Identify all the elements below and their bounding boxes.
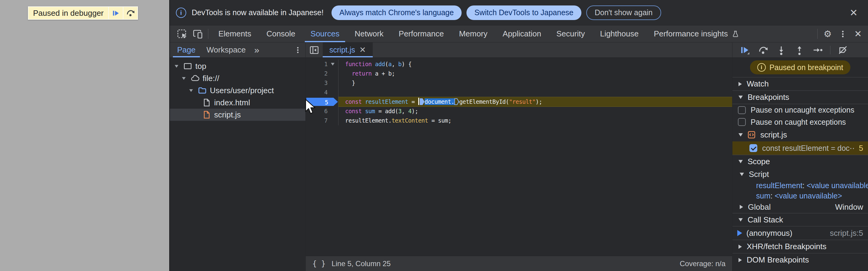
tab-memory[interactable]: Memory: [451, 26, 495, 42]
line-number[interactable]: 4: [306, 88, 328, 97]
collapse-arrow-icon[interactable]: [739, 218, 743, 221]
tree-item-script-js[interactable]: script.js: [170, 109, 305, 121]
line-number[interactable]: 2: [306, 69, 328, 78]
code-editor[interactable]: 1 function add(a, b) { 2 return a + b; 3: [306, 58, 732, 256]
tab-elements[interactable]: Elements: [211, 26, 259, 42]
tab-network[interactable]: Network: [347, 26, 391, 42]
more-tabs-icon[interactable]: »: [251, 42, 262, 57]
pause-uncaught-exceptions-row[interactable]: Pause on uncaught exceptions: [733, 104, 868, 116]
section-label: Scope: [748, 157, 770, 166]
tree-item-label: file://: [203, 74, 219, 83]
code-line-1[interactable]: 1 function add(a, b) {: [306, 59, 732, 69]
tree-item-file-origin[interactable]: file://: [170, 72, 305, 84]
resume-script-execution-button[interactable]: [737, 43, 753, 57]
tree-item-project-folder[interactable]: Users/user/project: [170, 84, 305, 96]
line-gutter[interactable]: 1: [306, 59, 338, 69]
html-file-icon: [202, 98, 211, 107]
tab-lighthouse[interactable]: Lighthouse: [592, 26, 646, 42]
option-label: Pause on uncaught exceptions: [751, 106, 854, 114]
code-line-6[interactable]: 6 const sum = add(3, 4);: [306, 107, 732, 116]
device-toolbar-icon[interactable]: [190, 26, 206, 42]
frame-location-link[interactable]: script.js:5: [830, 229, 863, 238]
collapse-arrow-icon[interactable]: [739, 96, 743, 99]
tab-application[interactable]: Application: [495, 26, 549, 42]
expand-arrow-icon[interactable]: [189, 89, 193, 92]
breakpoint-entry-row[interactable]: const resultElement = doc⋯ 5: [733, 142, 868, 155]
expand-arrow-icon[interactable]: [182, 77, 186, 80]
code-line-2[interactable]: 2 return a + b;: [306, 69, 732, 78]
section-dom-breakpoints[interactable]: DOM Breakpoints: [733, 253, 868, 266]
breakpoint-file-label: script.js: [760, 130, 787, 140]
paused-message-row: i Paused on breakpoint: [733, 58, 868, 77]
expand-arrow-icon[interactable]: [739, 258, 742, 262]
tab-performance[interactable]: Performance: [391, 26, 452, 42]
code-line-3[interactable]: 3 }: [306, 78, 732, 88]
scope-group-script[interactable]: Script: [733, 168, 868, 180]
tab-performance-insights[interactable]: Performance insights: [646, 26, 747, 42]
breakpoint-file-group[interactable]: script.js: [733, 128, 868, 142]
tree-item-index-html[interactable]: index.html: [170, 96, 305, 109]
section-xhr-breakpoints[interactable]: XHR/fetch Breakpoints: [733, 240, 868, 253]
step-over-button[interactable]: [755, 43, 771, 57]
dont-show-again-button[interactable]: Don't show again: [586, 5, 661, 20]
tree-item-top[interactable]: top: [170, 60, 305, 72]
expand-arrow-icon[interactable]: [739, 82, 742, 86]
infobar-close-icon[interactable]: ✕: [845, 8, 862, 18]
step-into-button[interactable]: [773, 43, 789, 57]
pretty-print-icon[interactable]: { }: [312, 260, 326, 268]
collapse-arrow-icon[interactable]: [740, 173, 744, 176]
pause-uncaught-checkbox[interactable]: [738, 106, 746, 114]
line-gutter[interactable]: 2: [306, 69, 338, 78]
section-call-stack[interactable]: Call Stack: [733, 213, 868, 227]
devtools-close-icon[interactable]: ✕: [850, 26, 866, 42]
pause-caught-checkbox[interactable]: [738, 118, 746, 126]
section-watch[interactable]: Watch: [733, 77, 868, 90]
resume-script-button[interactable]: [108, 7, 123, 19]
language-infobar: i DevTools is now available in Japanese!…: [170, 0, 868, 26]
step-over-button[interactable]: [123, 7, 137, 19]
line-gutter[interactable]: 7: [306, 116, 338, 125]
deactivate-breakpoints-button[interactable]: [835, 43, 851, 57]
line-gutter[interactable]: 6: [306, 107, 338, 116]
execution-line-badge[interactable]: 5: [306, 98, 338, 106]
match-chrome-language-button[interactable]: Always match Chrome's language: [332, 5, 462, 20]
line-number[interactable]: 6: [306, 107, 328, 116]
pause-caught-exceptions-row[interactable]: Pause on caught exceptions: [733, 116, 868, 128]
expand-arrow-icon[interactable]: [740, 205, 743, 209]
inspect-element-icon[interactable]: [174, 26, 190, 42]
line-gutter[interactable]: 3: [306, 78, 338, 88]
tab-sources[interactable]: Sources: [303, 26, 347, 42]
code-line-7[interactable]: 7 resultElement.textContent = sum;: [306, 116, 732, 125]
section-breakpoints[interactable]: Breakpoints: [733, 90, 868, 104]
line-gutter[interactable]: 4: [306, 88, 338, 97]
tab-console[interactable]: Console: [259, 26, 303, 42]
settings-gear-icon[interactable]: ⚙: [820, 26, 835, 42]
collapse-arrow-icon[interactable]: [739, 160, 743, 163]
navigator-menu-kebab-icon[interactable]: [294, 42, 305, 57]
navigator-tab-workspace[interactable]: Workspace: [201, 42, 251, 57]
scope-group-global[interactable]: Global Window: [733, 201, 868, 213]
step-out-button[interactable]: [791, 43, 808, 57]
code-line-5-paused[interactable]: 5 const resultElement = document.getElem…: [306, 97, 732, 107]
fold-arrow-icon[interactable]: [331, 63, 335, 65]
tab-security[interactable]: Security: [549, 26, 593, 42]
hide-navigator-icon[interactable]: [306, 42, 323, 57]
editor-tab-script-js[interactable]: script.js ✕: [323, 42, 373, 57]
code-line-4[interactable]: 4: [306, 88, 732, 97]
switch-to-japanese-button[interactable]: Switch DevTools to Japanese: [466, 5, 581, 20]
step-button[interactable]: [809, 43, 826, 57]
section-scope[interactable]: Scope: [733, 155, 868, 168]
expand-arrow-icon[interactable]: [175, 65, 178, 68]
line-number[interactable]: 3: [306, 78, 328, 88]
collapse-arrow-icon[interactable]: [739, 133, 743, 137]
line-number[interactable]: 7: [306, 116, 328, 125]
navigator-tab-page[interactable]: Page: [172, 42, 201, 57]
expand-arrow-icon[interactable]: [739, 245, 742, 249]
more-options-kebab-icon[interactable]: [835, 26, 850, 42]
scope-group-label: Script: [749, 170, 769, 179]
line-number[interactable]: 1: [306, 59, 328, 69]
editor-tab-close-icon[interactable]: ✕: [360, 45, 366, 55]
line-gutter[interactable]: 5: [306, 97, 338, 107]
breakpoint-enabled-checkbox[interactable]: [749, 144, 757, 152]
call-stack-frame[interactable]: (anonymous) script.js:5: [733, 227, 868, 240]
